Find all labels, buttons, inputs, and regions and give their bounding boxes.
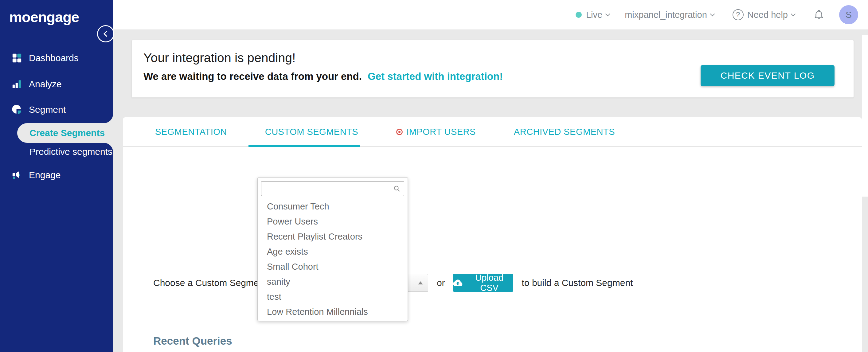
tab-archived-segments[interactable]: ARCHIVED SEGMENTS [512,117,617,147]
dropdown-option[interactable]: test [258,289,408,305]
notification-bell-icon[interactable] [813,9,825,20]
search-input[interactable] [261,181,404,196]
tab-label: IMPORT USERS [406,127,476,137]
record-dot-icon [396,129,403,135]
dropdown-option[interactable]: sanity [258,274,408,289]
recent-queries-heading: Recent Queries [153,335,232,347]
sidebar-notch [93,114,113,123]
workspace-name: mixpanel_integration [625,10,707,20]
dropdown-option[interactable]: Low Retention Millennials [258,305,408,319]
sidebar-collapse-button[interactable] [97,25,114,42]
top-bar: Live mixpanel_integration ? Need help S [113,0,868,30]
chevron-down-icon [710,11,715,16]
banner-subtitle-text: We are waiting to receive data from your… [144,71,362,82]
chevron-down-icon [791,11,796,16]
need-help-label: Need help [747,10,788,20]
sidebar-item-label: Analyze [29,79,62,89]
segments-card: SEGMENTATION CUSTOM SEGMENTS IMPORT USER… [123,117,862,352]
megaphone-icon [12,170,22,180]
sidebar-item-dashboards[interactable]: Dashboards [0,49,113,67]
dropdown-option[interactable]: Power Users [258,214,408,229]
sidebar-item-predictive-segments[interactable]: Predictive segments [0,144,113,160]
sidebar-item-create-segments[interactable]: Create Segments [17,123,113,143]
dropdown-options: Consumer Tech Power Users Recent Playlis… [258,199,408,319]
sidebar-item-engage[interactable]: Engage [0,166,113,184]
dropdown-option[interactable]: Small Cohort [258,259,408,274]
grid-icon [12,53,22,63]
cloud-upload-icon [453,278,463,288]
workspace-switcher[interactable]: mixpanel_integration [625,10,714,20]
pie-chart-icon [12,104,22,115]
moengage-logo: moengage [9,9,79,26]
chooser-suffix: to build a Custom Segment [522,278,633,288]
sidebar-item-label: Dashboards [29,53,79,63]
tab-label: ARCHIVED SEGMENTS [514,127,615,137]
tab-label: SEGMENTATION [155,127,227,137]
sidebar-item-label: Segment [29,104,66,115]
segment-tabs: SEGMENTATION CUSTOM SEGMENTS IMPORT USER… [123,117,862,147]
sidebar-item-label: Predictive segments [30,147,113,157]
dropdown-option[interactable]: Age exists [258,244,408,259]
chooser-label: Choose a Custom Segment: [153,278,269,288]
upload-csv-button[interactable]: Upload CSV [453,274,513,292]
tab-label: CUSTOM SEGMENTS [265,127,358,137]
bar-chart-icon [12,79,22,89]
tab-import-users[interactable]: IMPORT USERS [394,117,477,147]
sidebar-item-analyze[interactable]: Analyze [0,75,113,93]
custom-segments-dropdown: Consumer Tech Power Users Recent Playlis… [257,177,408,321]
tab-segmentation[interactable]: SEGMENTATION [153,117,229,147]
live-status-icon [576,12,582,18]
dropdown-search [261,181,404,196]
get-started-link[interactable]: Get started with integration! [368,71,503,82]
environment-label: Live [586,10,602,20]
sidebar: moengage Dashboards Analyze Segment Crea… [0,0,113,352]
user-avatar[interactable]: S [839,5,858,24]
integration-pending-banner: Your integration is pending! We are wait… [131,40,854,98]
scrollbar-thumb[interactable] [862,35,868,197]
or-text: or [437,278,445,288]
help-icon: ? [733,9,744,20]
dropdown-option[interactable]: Recent Playlist Creators [258,229,408,244]
search-icon [393,184,401,193]
need-help-menu[interactable]: ? Need help [733,9,795,20]
chevron-left-icon [103,31,110,37]
tab-custom-segments[interactable]: CUSTOM SEGMENTS [263,117,360,147]
caret-up-icon [418,281,423,284]
banner-title: Your integration is pending! [144,51,854,65]
upload-csv-label: Upload CSV [466,273,513,293]
dropdown-option[interactable]: Consumer Tech [258,199,408,214]
sidebar-item-label: Engage [29,170,61,180]
environment-switcher[interactable]: Live [576,10,609,20]
check-event-log-button[interactable]: CHECK EVENT LOG [701,65,835,86]
chevron-down-icon [606,11,610,16]
sidebar-item-label: Create Segments [30,128,105,138]
